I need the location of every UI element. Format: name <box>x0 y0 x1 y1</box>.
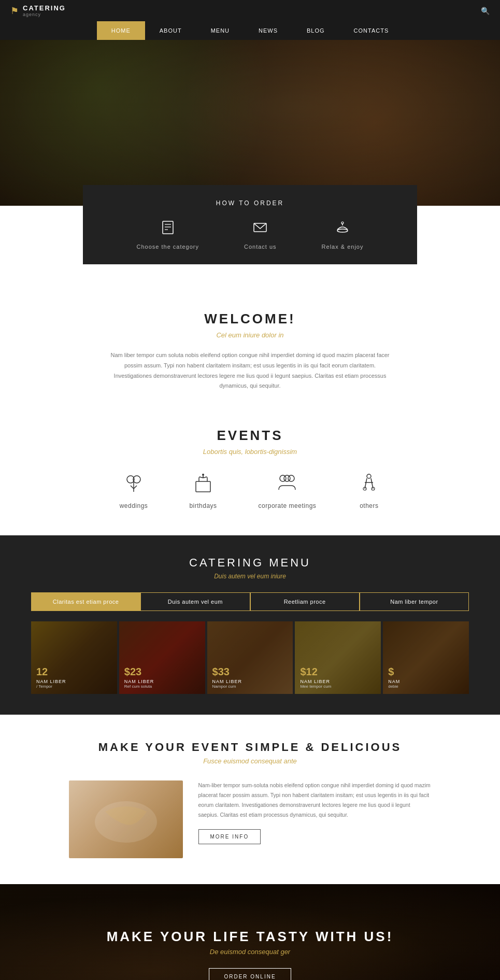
weddings-icon <box>122 471 145 497</box>
birthdays-label: birthdays <box>189 502 217 509</box>
corporate-label: corporate meetings <box>259 502 317 509</box>
menu-desc-5: debie <box>388 684 400 689</box>
event-big-title: MAKE YOUR EVENT SIMPLE & DELICIOUS <box>98 741 402 754</box>
how-to-order-title: HOW TO ORDER <box>114 200 386 207</box>
menu-tab-1[interactable]: Claritas est etiam proce <box>31 592 140 611</box>
event-body-text: Nam-liber tempor sum-soluta nobis eleife… <box>198 780 432 820</box>
header: ⚑ CATERING agency 🔍 <box>0 0 500 21</box>
nav-contacts[interactable]: CONTACTS <box>339 21 404 40</box>
tasty-section: MAKE YOUR LIFE TASTY WITH US! De euismod… <box>0 884 500 980</box>
event-big-subtitle: Fusce euismod consequat ante <box>203 757 297 765</box>
how-to-order-section: HOW TO ORDER Choose the category <box>41 195 459 275</box>
menu-desc-4: Mee tempor cum <box>300 684 331 689</box>
event-content: Nam-liber tempor sum-soluta nobis eleife… <box>69 780 432 858</box>
menu-subtitle: Duis autem vel eum iniure <box>31 573 469 580</box>
menu-desc-1: / Tempor <box>36 684 66 689</box>
how-step-1: Choose the category <box>137 219 199 250</box>
svg-point-12 <box>202 474 204 476</box>
menu-tab-4[interactable]: Nam liber tempor <box>360 592 469 611</box>
others-label: others <box>360 502 378 509</box>
hero-decoration <box>0 40 500 206</box>
menu-desc-3: Nampor cum <box>212 684 242 689</box>
how-step-2-label: Contact us <box>244 244 277 250</box>
menu-item-3[interactable]: $33 NAM LIBER Nampor cum <box>207 621 293 694</box>
nav-blog[interactable]: BLOG <box>292 21 339 40</box>
menu-tab-3[interactable]: Reetliam proce <box>250 592 360 611</box>
welcome-body: Nam liber tempor cum soluta nobis eleife… <box>105 350 395 391</box>
make-event-section: MAKE YOUR EVENT SIMPLE & DELICIOUS Fusce… <box>0 715 500 884</box>
site-tagline: agency <box>23 12 66 17</box>
birthdays-icon <box>192 471 215 497</box>
menu-price-2: $23 <box>124 666 154 678</box>
how-steps-container: Choose the category Contact us <box>114 219 386 250</box>
how-step-3-label: Relax & enjoy <box>322 244 364 250</box>
nav-home[interactable]: HOME <box>97 21 145 40</box>
menu-name-4: NAM LIBER <box>300 679 331 684</box>
menu-price-3: $33 <box>212 666 242 678</box>
menu-price-1: 12 <box>36 666 66 678</box>
how-step-1-label: Choose the category <box>137 244 199 250</box>
event-text-block: Nam-liber tempor sum-soluta nobis eleife… <box>198 780 432 844</box>
svg-point-16 <box>367 474 371 478</box>
welcome-subtitle: Cel eum iniure dolor in <box>83 331 417 339</box>
nav-about[interactable]: ABOUT <box>145 21 196 40</box>
search-icon[interactable]: 🔍 <box>481 7 490 15</box>
main-nav: HOME ABOUT MENU NEWS BLOG CONTACTS <box>0 21 500 40</box>
how-step-3: Relax & enjoy <box>322 219 364 250</box>
menu-name-2: NAM LIBER <box>124 679 154 684</box>
menu-price-5: $ <box>388 666 400 678</box>
site-name: CATERING <box>23 4 66 12</box>
menu-items-grid: 12 NAM LIBER / Tempor $23 NAM LIBER Ref … <box>31 621 469 694</box>
others-icon <box>358 471 380 497</box>
hero-section <box>0 40 500 206</box>
more-info-button[interactable]: MORE INFO <box>198 829 261 844</box>
enjoy-icon <box>334 219 351 238</box>
event-weddings[interactable]: weddings <box>120 471 148 509</box>
event-others[interactable]: others <box>358 471 380 509</box>
welcome-section: WELCOME! Cel eum iniure dolor in Nam lib… <box>0 285 500 417</box>
menu-tab-2[interactable]: Duis autem vel eum <box>140 592 250 611</box>
event-corporate[interactable]: corporate meetings <box>259 471 317 509</box>
events-icons-container: weddings birthdays <box>41 471 459 509</box>
weddings-label: weddings <box>120 502 148 509</box>
svg-point-15 <box>288 475 294 481</box>
svg-rect-10 <box>196 481 210 492</box>
category-icon <box>160 219 176 238</box>
menu-name-5: NAM <box>388 679 400 684</box>
contact-icon <box>252 219 268 238</box>
catering-menu-section: CATERING MENU Duis autem vel eum iniure … <box>0 535 500 715</box>
menu-item-2[interactable]: $23 NAM LIBER Ref cum soluta <box>119 621 205 694</box>
corporate-icon <box>276 471 298 497</box>
events-subtitle: Lobortis quis, lobortis-dignissim <box>41 448 459 456</box>
logo-icon: ⚑ <box>10 5 19 17</box>
svg-point-5 <box>337 229 348 232</box>
nav-menu[interactable]: MENU <box>196 21 244 40</box>
tasty-title: MAKE YOUR LIFE TASTY WITH US! <box>107 929 394 945</box>
order-online-button[interactable]: ORDER ONLINE <box>209 968 291 980</box>
menu-name-1: NAM LIBER <box>36 679 66 684</box>
tasty-subtitle: De euismod consequat ger <box>210 948 290 956</box>
how-step-2: Contact us <box>244 219 277 250</box>
svg-rect-0 <box>163 221 173 234</box>
menu-price-4: $12 <box>300 666 331 678</box>
menu-desc-2: Ref cum soluta <box>124 684 154 689</box>
welcome-title: WELCOME! <box>83 311 417 327</box>
events-section: EVENTS Lobortis quis, lobortis-dignissim… <box>0 417 500 535</box>
menu-tabs: Claritas est etiam proce Duis autem vel … <box>31 592 469 611</box>
menu-item-4[interactable]: $12 NAM LIBER Mee tempor cum <box>295 621 381 694</box>
menu-name-3: NAM LIBER <box>212 679 242 684</box>
nav-news[interactable]: NEWS <box>244 21 292 40</box>
menu-title: CATERING MENU <box>31 556 469 570</box>
event-image <box>69 780 183 858</box>
menu-item-5[interactable]: $ NAM debie <box>383 621 469 694</box>
menu-item-1[interactable]: 12 NAM LIBER / Tempor <box>31 621 117 694</box>
events-title: EVENTS <box>41 428 459 444</box>
event-birthdays[interactable]: birthdays <box>189 471 217 509</box>
logo: ⚑ CATERING agency <box>10 4 66 17</box>
